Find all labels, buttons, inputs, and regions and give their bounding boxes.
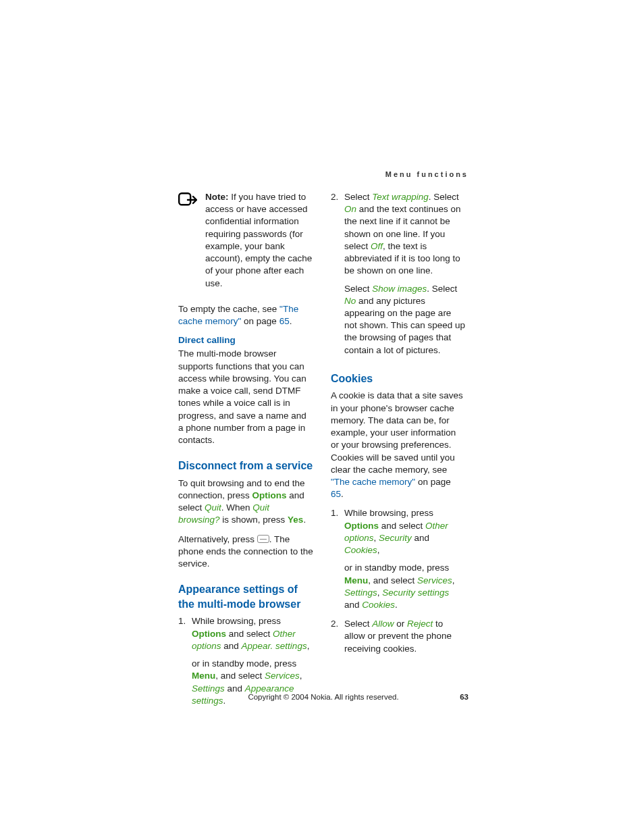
end-key-icon: [257, 535, 269, 543]
appearance-step-1-main: While browsing, press Options and select…: [192, 615, 313, 652]
on-option: On: [344, 204, 356, 214]
note-body: If you have tried to access or have acce…: [205, 192, 312, 288]
page-number: 63: [448, 692, 468, 703]
allow-option: Allow: [372, 619, 394, 629]
off-option: Off: [371, 241, 383, 251]
cache-memory-link-2[interactable]: "The cache memory": [331, 477, 415, 487]
copyright-text: Copyright © 2004 Nokia. All rights reser…: [198, 692, 448, 703]
reject-option: Reject: [407, 619, 433, 629]
page-65-link-2[interactable]: 65: [331, 489, 341, 499]
cache-paragraph: To empty the cache, see "The cache memor…: [178, 303, 313, 328]
page-footer: Copyright © 2004 Nokia. All rights reser…: [178, 692, 468, 703]
cookies-steps: While browsing, press Options and select…: [331, 507, 466, 654]
note-icon: [178, 192, 197, 207]
appearance-step-2-main: Select Text wrapping. Select On and the …: [344, 191, 466, 278]
appearance-step-2-sub: Select Show images. Select No and any pi…: [344, 283, 466, 357]
no-option: No: [344, 296, 356, 306]
menu-key: Menu: [192, 671, 215, 681]
settings-option-2: Settings: [344, 588, 377, 598]
heading-direct-calling: Direct calling: [178, 334, 313, 346]
security-settings: Security settings: [382, 588, 449, 598]
two-column-layout: Note: If you have tried to access or hav…: [178, 191, 468, 714]
note-text: Note: If you have tried to access or hav…: [205, 191, 313, 290]
services-option-2: Services: [417, 575, 452, 585]
left-column: Note: If you have tried to access or hav…: [178, 191, 313, 714]
direct-calling-body: The multi-mode browser supports function…: [178, 348, 313, 446]
yes-key: Yes: [288, 515, 303, 525]
cookies-step-1-main: While browsing, press Options and select…: [344, 507, 466, 556]
appearance-steps-right: Select Text wrapping. Select On and the …: [331, 191, 466, 357]
heading-appearance: Appearance settings of the multi-mode br…: [178, 582, 313, 611]
page-content: Menu functions Note: If you have tried t…: [178, 171, 468, 714]
disconnect-p2: Alternatively, press . The phone ends th…: [178, 533, 313, 571]
menu-key-2: Menu: [344, 575, 368, 585]
right-column: Select Text wrapping. Select On and the …: [331, 191, 466, 714]
note-label: Note:: [205, 192, 229, 202]
cookies-step-2: Select Allow or Reject to allow or preve…: [331, 618, 466, 655]
security-option: Security: [379, 533, 412, 543]
running-header: Menu functions: [385, 170, 468, 180]
cookies-step-1-sub: or in standby mode, press Menu, and sele…: [344, 562, 466, 611]
disconnect-p1: To quit browsing and to end the connecti…: [178, 477, 313, 527]
note-icon-wrap: [178, 191, 198, 296]
appearance-step-2: Select Text wrapping. Select On and the …: [331, 191, 466, 357]
heading-cookies: Cookies: [331, 371, 466, 386]
note-block: Note: If you have tried to access or hav…: [178, 191, 313, 296]
services-option: Services: [265, 671, 300, 681]
heading-disconnect: Disconnect from a service: [178, 459, 313, 473]
quit-option: Quit: [205, 502, 221, 513]
appear-settings: Appear. settings: [242, 641, 307, 651]
page-65-link[interactable]: 65: [279, 316, 290, 326]
text-wrapping: Text wrapping: [372, 192, 429, 202]
options-key-2: Options: [192, 629, 226, 639]
svg-rect-0: [179, 193, 190, 205]
cookies-intro: A cookie is data that a site saves in yo…: [331, 390, 466, 500]
cookies-option: Cookies: [344, 545, 377, 555]
options-key-3: Options: [344, 521, 379, 531]
cookies-option-2: Cookies: [362, 600, 395, 610]
show-images: Show images: [372, 284, 427, 294]
options-key: Options: [252, 490, 287, 500]
cookies-step-1: While browsing, press Options and select…: [331, 507, 466, 611]
